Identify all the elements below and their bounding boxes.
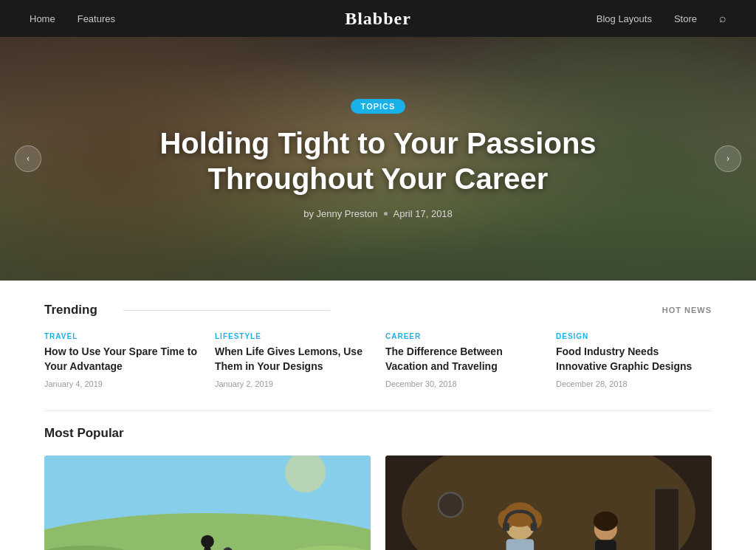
hero-author: by Jenny Preston <box>303 208 377 219</box>
trending-category-2: LIFESTYLE <box>215 332 371 340</box>
trending-category-1: TRAVEL <box>44 332 200 340</box>
card2-svg <box>385 456 712 550</box>
hot-news-label: HOT NEWS <box>662 306 712 314</box>
trending-date-4: December 28, 2018 <box>556 379 712 388</box>
trending-headline-4: Food Industry Needs Innovative Graphic D… <box>556 345 712 374</box>
trending-headline-3: The Difference Between Vacation and Trav… <box>385 345 541 374</box>
trending-date-3: December 30, 2018 <box>385 379 541 388</box>
nav-home[interactable]: Home <box>30 13 55 24</box>
nav-links-left: Home Features <box>30 13 115 24</box>
hero-next-button[interactable]: › <box>715 145 741 172</box>
trending-header: Trending HOT NEWS <box>44 303 712 317</box>
meta-separator <box>384 212 388 216</box>
popular-grid <box>44 456 712 550</box>
svg-rect-5 <box>205 547 211 550</box>
card1-image <box>44 456 371 550</box>
hero-title: Holding Tight to Your Passions Throughou… <box>134 126 622 196</box>
nav-blog-layouts[interactable]: Blog Layouts <box>597 13 652 24</box>
trending-item-3[interactable]: CAREER The Difference Between Vacation a… <box>385 332 541 388</box>
trending-section-title: Trending <box>44 303 109 317</box>
trending-date-2: January 2, 2019 <box>215 379 371 388</box>
trending-headline-2: When Life Gives Lemons, Use Them in Your… <box>215 345 371 374</box>
nav-links-right: Blog Layouts Store ⌕ <box>597 12 726 25</box>
hero-prev-button[interactable]: ‹ <box>15 145 41 172</box>
svg-rect-28 <box>531 523 537 531</box>
svg-point-4 <box>201 535 214 549</box>
svg-rect-27 <box>503 523 509 531</box>
trending-item-2[interactable]: LIFESTYLE When Life Gives Lemons, Use Th… <box>215 332 371 388</box>
nav-features[interactable]: Features <box>78 13 115 24</box>
trending-item-1[interactable]: TRAVEL How to Use Your Spare Time to You… <box>44 332 200 388</box>
svg-point-37 <box>439 492 463 517</box>
main-content: Trending HOT NEWS TRAVEL How to Use Your… <box>0 281 756 550</box>
nav-store[interactable]: Store <box>674 13 697 24</box>
trending-headline-1: How to Use Your Spare Time to Your Advan… <box>44 345 200 374</box>
card1-svg <box>44 456 371 550</box>
popular-card-1[interactable] <box>44 456 371 550</box>
main-nav: Home Features Blabber Blog Layouts Store… <box>0 0 756 37</box>
hero-banner: ‹ TOPICS Holding Tight to Your Passions … <box>0 37 756 281</box>
hero-meta: by Jenny Preston April 17, 2018 <box>134 208 622 219</box>
svg-rect-38 <box>655 489 679 550</box>
trending-category-3: CAREER <box>385 332 541 340</box>
site-brand[interactable]: Blabber <box>345 9 411 29</box>
svg-rect-26 <box>506 539 535 550</box>
trending-item-4[interactable]: DESIGN Food Industry Needs Innovative Gr… <box>556 332 712 388</box>
section-divider <box>44 410 712 411</box>
svg-rect-31 <box>595 540 616 550</box>
trending-date-1: January 4, 2019 <box>44 379 200 388</box>
search-icon[interactable]: ⌕ <box>719 12 726 25</box>
popular-card-2[interactable] <box>385 456 712 550</box>
svg-point-30 <box>594 512 618 532</box>
most-popular-title: Most Popular <box>44 426 712 441</box>
card2-image <box>385 456 712 550</box>
trending-category-4: DESIGN <box>556 332 712 340</box>
hero-date: April 17, 2018 <box>394 208 453 219</box>
hero-content: TOPICS Holding Tight to Your Passions Th… <box>120 99 636 219</box>
trending-grid: TRAVEL How to Use Your Spare Time to You… <box>44 332 712 388</box>
topics-badge[interactable]: TOPICS <box>351 99 406 114</box>
